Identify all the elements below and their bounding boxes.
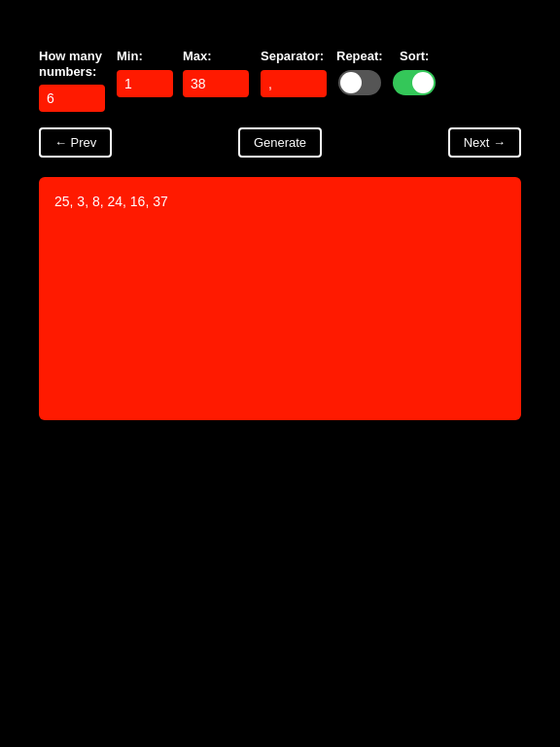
- sort-group: Sort:: [393, 49, 437, 95]
- repeat-slider: [338, 70, 381, 95]
- min-group: Min:: [117, 49, 173, 97]
- buttons-row: ← Prev Generate Next →: [39, 127, 521, 158]
- max-label: Max:: [183, 49, 251, 64]
- min-label: Min:: [117, 49, 173, 64]
- repeat-group: Repeat:: [336, 49, 383, 95]
- sort-toggle[interactable]: [393, 70, 436, 95]
- generate-button[interactable]: Generate: [238, 127, 322, 158]
- result-text: 25, 3, 8, 24, 16, 37: [54, 194, 168, 209]
- how-many-label: How many numbers:: [39, 49, 107, 79]
- separator-input[interactable]: [261, 70, 327, 97]
- how-many-input[interactable]: [39, 85, 105, 112]
- sort-label: Sort:: [400, 49, 429, 64]
- separator-group: Separator:: [261, 49, 327, 97]
- result-box: 25, 3, 8, 24, 16, 37: [39, 177, 521, 420]
- max-group: Max:: [183, 49, 251, 97]
- sort-knob: [412, 72, 434, 93]
- separator-label: Separator:: [261, 49, 327, 64]
- repeat-toggle[interactable]: [338, 70, 381, 95]
- next-button[interactable]: Next →: [448, 127, 521, 158]
- sort-slider: [393, 70, 436, 95]
- prev-button[interactable]: ← Prev: [39, 127, 112, 158]
- controls-row: How many numbers: Min: Max: Separator: R…: [39, 49, 521, 112]
- repeat-label: Repeat:: [336, 49, 383, 64]
- min-input[interactable]: [117, 70, 173, 97]
- repeat-knob: [340, 72, 362, 93]
- max-input[interactable]: [183, 70, 249, 97]
- app-container: How many numbers: Min: Max: Separator: R…: [0, 0, 560, 747]
- how-many-group: How many numbers:: [39, 49, 107, 112]
